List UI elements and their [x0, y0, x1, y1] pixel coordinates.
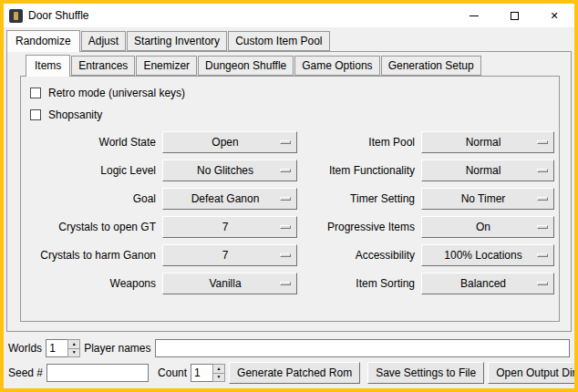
- crystals-ganon-label: Crystals to harm Ganon: [26, 249, 158, 262]
- bottom-controls: Worlds ▲ ▼ Player names Seed # Count: [4, 332, 574, 388]
- worlds-stepper-buttons: ▲ ▼: [67, 339, 80, 357]
- minimize-icon: [470, 15, 479, 16]
- dropdown-indicator-icon: [280, 197, 291, 201]
- goal-value: Defeat Ganon: [191, 192, 269, 205]
- worlds-input[interactable]: [46, 339, 67, 357]
- crystals-gt-label: Crystals to open GT: [26, 221, 158, 233]
- logic-level-value: No Glitches: [197, 164, 263, 177]
- dropdown-indicator-icon: [537, 225, 548, 229]
- seed-label: Seed #: [8, 366, 43, 379]
- main-tab-bar: Randomize Adjust Starting Inventory Cust…: [6, 30, 572, 51]
- seed-row: Seed # Count ▲ ▼ Generate Patched Rom Sa…: [8, 362, 570, 384]
- timer-setting-label: Timer Setting: [302, 192, 417, 205]
- accessibility-label: Accessibility: [302, 249, 417, 262]
- dropdown-indicator-icon: [537, 282, 548, 285]
- client-area: Randomize Adjust Starting Inventory Cust…: [4, 27, 574, 388]
- accessibility-value: 100% Locations: [444, 249, 531, 262]
- retro-mode-row: Retro mode (universal keys): [26, 82, 553, 104]
- close-icon: ✕: [550, 11, 558, 21]
- tab-game-options[interactable]: Game Options: [294, 56, 379, 76]
- world-state-value: Open: [212, 136, 247, 149]
- item-sorting-value: Balanced: [460, 277, 515, 290]
- spin-down-icon[interactable]: ▼: [67, 349, 80, 358]
- world-state-dropdown[interactable]: Open: [162, 131, 297, 153]
- dropdown-indicator-icon: [280, 225, 291, 229]
- crystals-ganon-value: 7: [222, 249, 238, 262]
- shopsanity-row: Shopsanity: [26, 104, 553, 126]
- spin-up-icon[interactable]: ▲: [67, 339, 80, 349]
- items-pane: Retro mode (universal keys) Shopsanity W…: [20, 76, 560, 322]
- tab-randomize[interactable]: Randomize: [6, 30, 80, 52]
- item-functionality-dropdown[interactable]: Normal: [421, 160, 554, 181]
- item-functionality-value: Normal: [466, 164, 511, 177]
- maximize-button[interactable]: [494, 4, 534, 27]
- tab-generation-setup[interactable]: Generation Setup: [381, 56, 481, 76]
- tab-items[interactable]: Items: [26, 55, 70, 77]
- timer-setting-dropdown[interactable]: No Timer: [421, 188, 554, 210]
- tab-entrances[interactable]: Entrances: [71, 56, 135, 76]
- spin-down-icon[interactable]: ▼: [212, 374, 225, 383]
- tab-enemizer[interactable]: Enemizer: [136, 56, 197, 76]
- save-settings-button[interactable]: Save Settings to File: [367, 362, 484, 384]
- item-sorting-label: Item Sorting: [302, 277, 417, 290]
- generate-patched-rom-button[interactable]: Generate Patched Rom: [229, 362, 360, 384]
- sub-tab-bar: Items Entrances Enemizer Dungeon Shuffle…: [26, 55, 571, 76]
- dropdown-indicator-icon: [537, 169, 548, 172]
- dropdown-indicator-icon: [280, 253, 291, 257]
- progressive-items-dropdown[interactable]: On: [421, 216, 554, 238]
- player-names-input[interactable]: [155, 339, 571, 357]
- weapons-dropdown[interactable]: Vanilla: [162, 273, 297, 294]
- open-output-directory-button[interactable]: Open Output Directory: [488, 362, 574, 384]
- goal-label: Goal: [26, 192, 158, 205]
- timer-setting-value: No Timer: [461, 192, 515, 205]
- worlds-label: Worlds: [8, 342, 42, 355]
- progressive-items-value: On: [476, 221, 500, 233]
- item-sorting-dropdown[interactable]: Balanced: [421, 273, 554, 294]
- dropdown-indicator-icon: [280, 169, 291, 172]
- randomize-pane: Items Entrances Enemizer Dungeon Shuffle…: [6, 51, 572, 332]
- crystals-gt-dropdown[interactable]: 7: [162, 216, 297, 238]
- dropdown-indicator-icon: [537, 253, 548, 257]
- shopsanity-label: Shopsanity: [48, 108, 102, 121]
- goal-dropdown[interactable]: Defeat Ganon: [162, 188, 297, 210]
- maximize-icon: [511, 12, 519, 20]
- tab-adjust[interactable]: Adjust: [81, 31, 126, 51]
- worlds-stepper: ▲ ▼: [46, 339, 80, 357]
- spin-up-icon[interactable]: ▲: [212, 364, 225, 374]
- dropdown-indicator-icon: [280, 140, 291, 144]
- app-icon[interactable]: [9, 9, 23, 23]
- item-functionality-label: Item Functionality: [302, 164, 417, 177]
- weapons-label: Weapons: [26, 277, 158, 290]
- retro-mode-label: Retro mode (universal keys): [48, 87, 185, 99]
- accessibility-dropdown[interactable]: 100% Locations: [421, 244, 554, 266]
- count-label: Count: [158, 366, 187, 379]
- dropdown-indicator-icon: [280, 282, 291, 285]
- progressive-items-label: Progressive Items: [302, 221, 417, 233]
- tab-starting-inventory[interactable]: Starting Inventory: [127, 31, 227, 51]
- logic-level-label: Logic Level: [26, 164, 158, 177]
- crystals-gt-value: 7: [222, 221, 238, 233]
- shopsanity-checkbox[interactable]: [30, 109, 41, 120]
- item-pool-dropdown[interactable]: Normal: [421, 131, 554, 153]
- tab-dungeon-shuffle[interactable]: Dungeon Shuffle: [198, 56, 294, 76]
- logic-level-dropdown[interactable]: No Glitches: [162, 160, 297, 181]
- count-stepper: ▲ ▼: [191, 364, 225, 382]
- dropdown-indicator-icon: [537, 140, 548, 144]
- door-shuffle-window: Door Shuffle ✕ Randomize Adjust Starting…: [0, 0, 578, 392]
- item-pool-label: Item Pool: [302, 136, 417, 149]
- world-state-label: World State: [26, 136, 158, 149]
- worlds-row: Worlds ▲ ▼ Player names: [8, 337, 570, 359]
- titlebar: Door Shuffle ✕: [4, 4, 574, 27]
- window-title: Door Shuffle: [28, 9, 89, 22]
- item-pool-value: Normal: [466, 136, 511, 149]
- minimize-button[interactable]: [454, 4, 494, 27]
- tab-custom-item-pool[interactable]: Custom Item Pool: [228, 31, 329, 51]
- crystals-ganon-dropdown[interactable]: 7: [162, 244, 297, 266]
- retro-mode-checkbox[interactable]: [30, 88, 41, 98]
- close-button[interactable]: ✕: [534, 4, 574, 27]
- count-input[interactable]: [191, 364, 212, 382]
- settings-grid: World State Open Item Pool Normal Logic …: [26, 131, 553, 294]
- player-names-label: Player names: [84, 342, 150, 355]
- seed-input[interactable]: [46, 364, 149, 382]
- dropdown-indicator-icon: [537, 197, 548, 201]
